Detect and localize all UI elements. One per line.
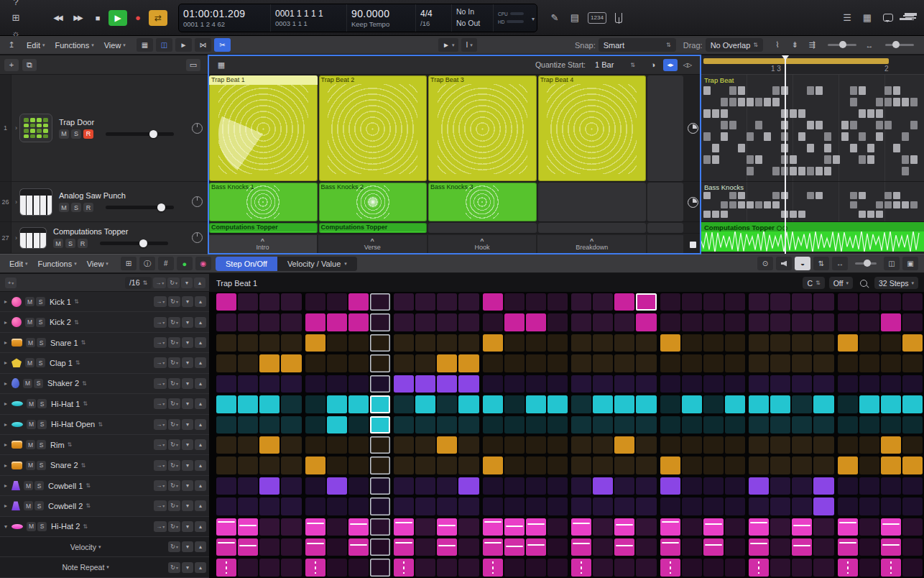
grid-expand-button[interactable]: ◂▸ [663, 59, 678, 71]
row-solo-button[interactable]: S [34, 481, 44, 490]
loop-cell[interactable]: Computations Topper [209, 223, 318, 233]
pan-knob[interactable] [192, 123, 203, 134]
step-cell[interactable] [792, 497, 812, 515]
row-send-control[interactable]: →▾ [154, 357, 167, 368]
step-cell[interactable] [660, 313, 680, 331]
step-cell[interactable] [305, 313, 325, 331]
step-cell[interactable] [483, 395, 503, 413]
step-cell[interactable] [614, 416, 634, 434]
step-cell[interactable] [682, 334, 702, 352]
disclosure-icon[interactable]: ▸ [4, 503, 11, 509]
step-cell[interactable] [327, 497, 347, 515]
step-cell[interactable] [725, 436, 745, 454]
step-cell[interactable] [813, 375, 833, 393]
step-cell[interactable] [838, 518, 858, 536]
step-cell[interactable] [881, 497, 901, 515]
row-header[interactable]: ▸MSCowbell 2⇅→▾↻▾▾▴ [0, 496, 209, 516]
row-decrement-button[interactable]: ▾ [182, 460, 193, 471]
step-cell[interactable] [660, 334, 680, 352]
step-cell[interactable] [348, 375, 369, 393]
step-cell[interactable] [682, 416, 702, 434]
step-cell[interactable] [548, 354, 568, 372]
step-cell[interactable] [660, 559, 680, 576]
step-cell[interactable] [636, 457, 656, 474]
step-cell[interactable] [859, 313, 879, 331]
step-cell[interactable] [281, 457, 301, 474]
row-increment-button[interactable]: ▴ [195, 439, 206, 450]
step-cell[interactable] [504, 538, 525, 556]
step-cell[interactable] [881, 334, 901, 352]
step-cell[interactable] [415, 395, 435, 413]
row-octave-stepper[interactable]: ⇅ [83, 523, 88, 530]
step-cell[interactable] [370, 538, 390, 556]
step-cell[interactable] [394, 334, 414, 352]
mute-button[interactable]: M [59, 129, 69, 139]
step-cell[interactable] [504, 354, 525, 372]
step-cell[interactable] [725, 538, 745, 556]
step-cell[interactable] [327, 477, 347, 495]
step-cell[interactable] [216, 518, 236, 536]
step-cell[interactable] [660, 416, 680, 434]
step-cell[interactable] [259, 375, 279, 393]
disclosure-icon[interactable]: ▸ [4, 421, 11, 428]
step-cell[interactable] [813, 313, 833, 331]
step-cell[interactable] [548, 559, 568, 576]
step-cell[interactable] [770, 559, 790, 576]
step-cell[interactable] [636, 477, 656, 495]
subrow-header[interactable]: Velocity▾↻▾▾▴ [0, 537, 209, 557]
step-cell[interactable] [792, 457, 812, 474]
disclosure-icon[interactable]: ▸ [4, 319, 11, 326]
step-cell[interactable] [281, 436, 301, 454]
row-mute-button[interactable]: M [24, 501, 33, 510]
subrow-header[interactable]: Note Repeat▾↻▾▾▴ [0, 557, 209, 577]
step-cell[interactable] [548, 293, 568, 311]
step-cell[interactable] [703, 395, 724, 413]
step-cell[interactable] [749, 334, 769, 352]
step-cell[interactable] [902, 497, 923, 515]
step-cell[interactable] [749, 293, 769, 311]
step-cell[interactable] [838, 293, 858, 311]
record-button[interactable]: ● [129, 10, 147, 26]
stop-all-button[interactable] [690, 242, 696, 248]
step-cell[interactable] [792, 395, 812, 413]
step-cell[interactable] [725, 334, 745, 352]
step-cell[interactable] [703, 354, 724, 372]
step-cell[interactable] [660, 457, 680, 474]
contrast-icon[interactable]: ◑ [646, 59, 660, 71]
step-cell[interactable] [305, 293, 325, 311]
step-cell[interactable] [394, 518, 414, 536]
region-trap-beat[interactable]: Trap Beat [701, 75, 924, 182]
step-cell[interactable] [526, 436, 546, 454]
record-enable-icon[interactable]: ◉ [195, 257, 211, 270]
step-cell[interactable] [370, 354, 390, 372]
step-cell[interactable] [281, 416, 301, 434]
add-track-button[interactable]: + [4, 59, 19, 71]
step-cell[interactable] [370, 375, 390, 393]
step-cell[interactable] [902, 375, 923, 393]
step-cell[interactable] [902, 313, 923, 331]
duplicate-track-button[interactable]: ⧉ [22, 59, 37, 71]
step-cell[interactable] [483, 457, 503, 474]
step-cell[interactable] [703, 293, 724, 311]
step-cell[interactable] [682, 559, 702, 576]
region-bass-knocks[interactable]: Bass Knocks [701, 182, 924, 222]
count-in-button[interactable]: 1234 [588, 12, 606, 24]
step-cell[interactable] [636, 313, 656, 331]
step-cell[interactable] [216, 477, 236, 495]
disclosure-icon[interactable]: › [15, 234, 17, 242]
step-cell[interactable] [703, 375, 724, 393]
row-octave-stepper[interactable]: ⇅ [81, 462, 86, 469]
cycle-button[interactable]: ⇄ [149, 10, 167, 26]
step-cell[interactable] [749, 416, 769, 434]
step-cell[interactable] [216, 416, 236, 434]
step-cell[interactable] [813, 477, 833, 495]
row-increment-button[interactable]: ▴ [195, 317, 206, 328]
step-cell[interactable] [636, 559, 656, 576]
row-send-control[interactable]: →▾ [154, 500, 167, 511]
catch-icon[interactable]: ⇟ [787, 38, 802, 52]
step-cell[interactable] [504, 293, 525, 311]
step-cell[interactable] [725, 293, 745, 311]
step-cell[interactable] [571, 416, 591, 434]
pattern-name[interactable]: Trap Beat 1 [216, 279, 257, 288]
step-cell[interactable] [259, 436, 279, 454]
